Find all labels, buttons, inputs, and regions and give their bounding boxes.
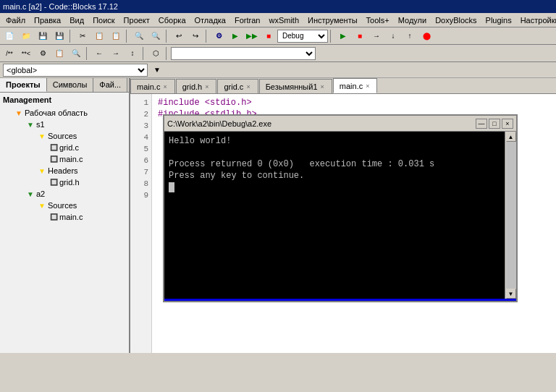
tab-main-c-first[interactable]: main.c × <box>130 79 175 93</box>
cut-btn[interactable]: ✂ <box>75 29 90 43</box>
build-config-combo[interactable]: Debug Release <box>277 30 328 43</box>
tab-close-icon[interactable]: × <box>163 83 167 90</box>
tab-label: Безымянный1 <box>266 82 318 91</box>
tree-grid-h[interactable]: 🔲 grid.h <box>1 176 127 188</box>
menu-doxyblocks[interactable]: DoxyBlocks <box>431 14 481 26</box>
tb2-nav-back[interactable]: ← <box>91 46 107 61</box>
tab-files[interactable]: Фай... <box>93 78 127 92</box>
sep3 <box>166 30 169 43</box>
tab-label: grid.c <box>224 82 243 91</box>
save-btn[interactable]: 💾 <box>35 29 51 43</box>
step-out-btn[interactable]: ↑ <box>402 29 418 43</box>
sep7 <box>143 47 146 60</box>
copy-btn[interactable]: 📋 <box>91 29 107 43</box>
grid-c-label: grid.c <box>59 143 79 152</box>
workspace-label: Рабочая область <box>25 108 88 117</box>
tree-s1[interactable]: ▼ s1 <box>1 119 127 130</box>
global-expand-btn[interactable]: ▼ <box>149 63 165 77</box>
tb2-btn4[interactable]: 📋 <box>51 46 67 61</box>
menu-plugins[interactable]: Plugins <box>481 14 516 26</box>
menu-tools[interactable]: Инструменты <box>303 14 362 26</box>
debug-stop-btn[interactable]: ■ <box>352 29 368 43</box>
menu-search[interactable]: Поиск <box>88 14 119 26</box>
tab-close-icon[interactable]: × <box>205 83 208 90</box>
menu-build[interactable]: Сборка <box>154 14 190 26</box>
menu-fortran[interactable]: Fortran <box>230 14 264 26</box>
console-content-row: Hello world! Process returned 0 (0x0) ex… <box>164 132 516 299</box>
s1-label: s1 <box>36 120 45 129</box>
line-numbers: 1 2 3 4 5 6 7 8 9 <box>130 94 152 353</box>
tab-bar: main.c × grid.h × grid.c × Безымянный1 ×… <box>130 78 556 94</box>
undo-btn[interactable]: ↩ <box>171 29 187 43</box>
toolbar-row-2: /** **< ⚙ 📋 🔍 ← → ↕ ⬡ <box>0 45 556 62</box>
tree-headers[interactable]: ▼ Headers <box>1 165 127 176</box>
tab-label: main.c <box>137 82 160 91</box>
tree-main-c-a2[interactable]: 🔲 main.c <box>1 211 127 223</box>
ln-1: 1 <box>133 97 148 108</box>
tree-workspace[interactable]: ▼ Рабочая область <box>1 107 127 119</box>
menu-settings[interactable]: Настройки <box>516 14 556 26</box>
menu-toolsplus[interactable]: Tools+ <box>362 14 394 26</box>
tab-grid-c[interactable]: grid.c × <box>217 79 258 93</box>
redo-btn[interactable]: ↪ <box>188 29 203 43</box>
tree-a2[interactable]: ▼ a2 <box>1 188 127 200</box>
new-btn[interactable]: 📄 <box>1 29 17 43</box>
stop-btn[interactable]: ■ <box>261 29 277 43</box>
console-close-btn[interactable]: × <box>502 119 513 129</box>
function-combo[interactable] <box>171 47 316 60</box>
tab-close-icon[interactable]: × <box>366 82 369 90</box>
tb2-btn3[interactable]: ⚙ <box>35 46 51 61</box>
tb2-btn2[interactable]: **< <box>18 46 34 61</box>
tb2-match[interactable]: ⬡ <box>148 46 164 61</box>
console-window: C:\Work\a2\bin\Debug\a2.exe — □ × Hello … <box>163 114 518 302</box>
menu-wxsmith[interactable]: wxSmith <box>264 14 303 26</box>
grid-h-label: grid.h <box>59 178 80 187</box>
sidebar-tabs: Проекты Символы Фай... <box>0 78 129 93</box>
tb2-nav-jump[interactable]: ↕ <box>125 46 140 61</box>
tree-sources-s1[interactable]: ▼ Sources <box>1 130 127 142</box>
tree-grid-c[interactable]: 🔲 grid.c <box>1 142 127 153</box>
menu-modules[interactable]: Модули <box>394 14 431 26</box>
tree-main-c-s1[interactable]: 🔲 main.c <box>1 153 127 165</box>
save-all-btn[interactable]: 💾 <box>51 29 67 43</box>
compile-btn[interactable]: ⚙ <box>211 29 227 43</box>
console-minimize-btn[interactable]: — <box>476 119 487 129</box>
menu-view[interactable]: Вид <box>65 14 88 26</box>
console-maximize-btn[interactable]: □ <box>489 119 500 129</box>
scroll-track[interactable] <box>506 142 516 289</box>
menu-file[interactable]: Файл <box>1 14 30 26</box>
tab-close-icon[interactable]: × <box>246 83 250 90</box>
run-btn[interactable]: ▶ <box>227 29 243 43</box>
tab-close-icon[interactable]: × <box>321 83 324 90</box>
tree-sources-a2[interactable]: ▼ Sources <box>1 200 127 211</box>
build-run-btn[interactable]: ▶▶ <box>244 29 260 43</box>
scroll-down-btn[interactable]: ▼ <box>506 289 516 299</box>
menu-debug[interactable]: Отладка <box>190 14 230 26</box>
tab-main-c-active[interactable]: main.c × <box>333 78 378 93</box>
main-c-a2-label: main.c <box>59 213 83 221</box>
menu-edit[interactable]: Правка <box>30 14 65 26</box>
tab-grid-h[interactable]: grid.h × <box>176 79 217 93</box>
sources-a2-label: Sources <box>48 201 77 210</box>
scroll-up-btn[interactable]: ▲ <box>506 132 516 142</box>
open-btn[interactable]: 📁 <box>18 29 34 43</box>
sources-s1-label: Sources <box>48 132 77 140</box>
replace-btn[interactable]: 🔍 <box>148 29 164 43</box>
find-btn[interactable]: 🔍 <box>131 29 147 43</box>
tb2-btn1[interactable]: /** <box>1 46 17 61</box>
paste-btn[interactable]: 📋 <box>108 29 124 43</box>
tb2-btn5[interactable]: 🔍 <box>68 46 84 61</box>
step-next-btn[interactable]: → <box>368 29 384 43</box>
step-into-btn[interactable]: ↓ <box>385 29 401 43</box>
tab-bezymyanny[interactable]: Безымянный1 × <box>259 79 332 93</box>
ln-8: 8 <box>133 178 148 189</box>
ln-2: 2 <box>133 108 148 120</box>
tab-projects[interactable]: Проекты <box>0 78 47 92</box>
global-combo[interactable]: <global> <box>3 64 148 77</box>
breakpoint-btn[interactable]: ⬤ <box>418 29 434 43</box>
tb2-nav-forward[interactable]: → <box>108 46 124 61</box>
ln-9: 9 <box>133 189 148 201</box>
debug-run-btn[interactable]: ▶ <box>335 29 351 43</box>
menu-project[interactable]: Проект <box>119 14 154 26</box>
tab-symbols[interactable]: Символы <box>47 78 94 92</box>
